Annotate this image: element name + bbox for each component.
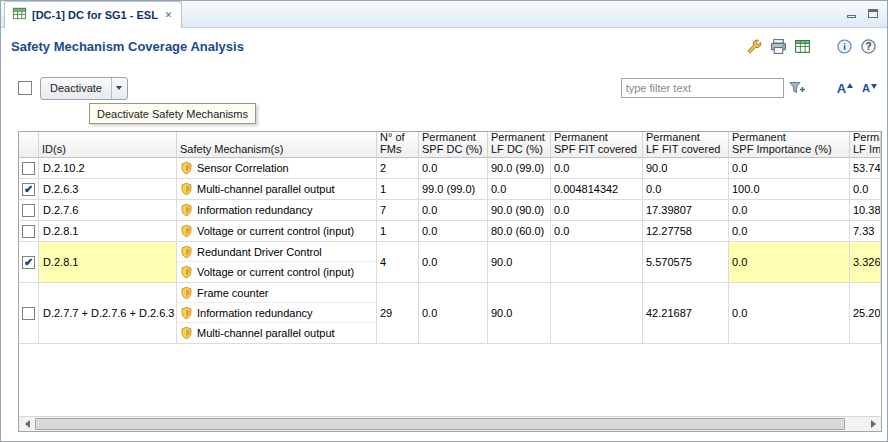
value-cell: 0.0 (729, 200, 850, 221)
tab-bar: [DC-1] DC for SG1 - ESL (1, 1, 887, 28)
row-checkbox[interactable] (22, 307, 35, 320)
mechanism-label: Voltage or current control (input) (197, 225, 354, 237)
mechanism-item: Redundant Driver Control (177, 242, 376, 262)
mechanism-label: Sensor Correlation (197, 162, 289, 174)
maximize-icon[interactable] (866, 6, 879, 18)
row-id-cell: D.2.10.2 (39, 158, 177, 179)
mechanism-label: Frame counter (197, 287, 269, 299)
value-cell: 0.0 (643, 179, 729, 200)
column-header[interactable]: PermanentLF Importance (%) (850, 132, 881, 158)
app-window: [DC-1] DC for SG1 - ESL Safety Mechanism… (0, 0, 888, 442)
view-header: Safety Mechanism Coverage Analysis (1, 28, 887, 64)
column-header[interactable]: Safety Mechanism(s) (177, 132, 377, 158)
deactivate-label: Deactivate (41, 82, 111, 94)
mechanism-item: Voltage or current control (input) (177, 262, 376, 282)
row-checkbox[interactable] (22, 204, 35, 217)
column-header[interactable]: ID(s) (39, 132, 177, 158)
value-cell: 0.0 (419, 242, 488, 283)
mechanism-item: Information redundancy (177, 200, 376, 220)
mechanisms-cell: Sensor Correlation (177, 158, 377, 179)
column-header-label: Safety Mechanism(s) (180, 143, 373, 155)
value-cell: 1 (377, 221, 419, 242)
value-cell: 25.20 (850, 283, 881, 344)
table-row[interactable]: D.2.6.3Multi-channel parallel output199.… (19, 179, 881, 200)
value-cell: 90.0 (90.0) (488, 200, 551, 221)
dropdown-arrow-icon[interactable] (112, 86, 127, 90)
deactivate-checkbox[interactable] (18, 81, 32, 95)
value-cell: 12.27758 (643, 221, 729, 242)
column-header[interactable]: PermanentSPF DC (%) (419, 132, 488, 158)
column-header-label: LF Importance (%) (853, 143, 877, 155)
row-checkbox[interactable] (22, 162, 35, 175)
horizontal-scrollbar[interactable] (19, 416, 881, 431)
value-cell: 0.0 (729, 158, 850, 179)
mechanisms-cell: Multi-channel parallel output (177, 179, 377, 200)
decrease-font-icon[interactable]: A (862, 82, 877, 94)
mechanism-label: Information redundancy (197, 307, 313, 319)
checkbox-cell (19, 283, 39, 344)
shield-icon (180, 245, 193, 259)
coverage-table: ID(s)Safety Mechanism(s)N° ofFMsPermanen… (18, 131, 882, 432)
checkbox-cell (19, 200, 39, 221)
mechanism-item: Frame counter (177, 283, 376, 303)
window-controls (845, 1, 887, 27)
column-header[interactable]: N° ofFMs (377, 132, 419, 158)
column-header[interactable]: PermanentLF FIT covered (643, 132, 729, 158)
value-cell: 3.326 (850, 242, 881, 283)
column-header-label: SPF DC (%) (422, 143, 484, 155)
value-cell: 0.0 (488, 179, 551, 200)
svg-text:?: ? (865, 41, 871, 52)
column-header-label: Permanent (853, 132, 877, 143)
value-cell: 99.0 (99.0) (419, 179, 488, 200)
editor-tab[interactable]: [DC-1] DC for SG1 - ESL (4, 1, 182, 28)
mechanisms-cell: Voltage or current control (input) (177, 221, 377, 242)
scroll-left-icon[interactable] (19, 417, 35, 431)
export-excel-icon[interactable] (793, 37, 811, 55)
value-cell (551, 242, 643, 283)
row-id-cell: D.2.6.3 (39, 179, 177, 200)
value-cell: 0.0 (551, 200, 643, 221)
printer-icon[interactable] (769, 37, 787, 55)
table-row[interactable]: D.2.7.7 + D.2.7.6 + D.2.6.3Frame counter… (19, 283, 881, 344)
row-id-cell: D.2.7.6 (39, 200, 177, 221)
increase-font-icon[interactable]: A (837, 81, 853, 96)
row-checkbox[interactable] (22, 256, 35, 269)
value-cell: 0.0 (729, 283, 850, 344)
column-header-label: Permanent (422, 132, 484, 143)
row-checkbox[interactable] (22, 225, 35, 238)
column-header[interactable]: PermanentSPF Importance (%) (729, 132, 850, 158)
filter-funnel-icon[interactable] (788, 80, 807, 97)
value-cell: 0.004814342 (551, 179, 643, 200)
table-row[interactable]: D.2.8.1Voltage or current control (input… (19, 221, 881, 242)
view-toolbar-icons: i ? (745, 37, 877, 55)
wrench-icon[interactable] (745, 37, 763, 55)
scroll-right-icon[interactable] (865, 417, 881, 431)
table-row[interactable]: D.2.7.6Information redundancy70.090.0 (9… (19, 200, 881, 221)
minimize-icon[interactable] (845, 6, 858, 18)
shield-icon (180, 326, 193, 340)
value-cell: 5.570575 (643, 242, 729, 283)
value-cell: 1 (377, 179, 419, 200)
table-icon (12, 6, 27, 25)
deactivate-button[interactable]: Deactivate (40, 77, 128, 100)
shield-icon (180, 265, 193, 279)
value-cell: 0.0 (729, 242, 850, 283)
mechanism-item: Multi-channel parallel output (177, 179, 376, 199)
row-checkbox[interactable] (22, 183, 35, 196)
help-icon[interactable]: ? (859, 37, 877, 55)
row-id-cell: D.2.7.7 + D.2.7.6 + D.2.6.3 (39, 283, 177, 344)
close-icon[interactable] (163, 10, 174, 21)
value-cell: 0.0 (551, 221, 643, 242)
column-header[interactable]: PermanentSPF FIT covered (551, 132, 643, 158)
table-row[interactable]: D.2.8.1Redundant Driver ControlVoltage o… (19, 242, 881, 283)
table-row[interactable]: D.2.10.2Sensor Correlation20.090.0 (99.0… (19, 158, 881, 179)
info-icon[interactable]: i (835, 37, 853, 55)
mechanism-label: Voltage or current control (input) (197, 266, 354, 278)
column-header[interactable] (19, 132, 39, 158)
shield-icon (180, 182, 193, 196)
value-cell: 100.0 (729, 179, 850, 200)
column-header[interactable]: PermanentLF DC (%) (488, 132, 551, 158)
filter-input[interactable] (621, 78, 784, 98)
value-cell: 0.0 (551, 158, 643, 179)
scrollbar-thumb[interactable] (35, 418, 845, 430)
